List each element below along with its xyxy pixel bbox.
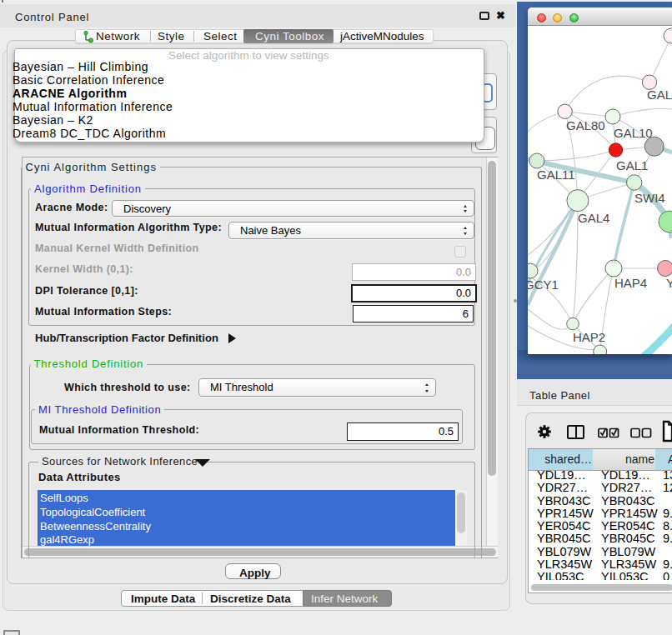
svg-text:GAL80: GAL80 <box>566 118 605 132</box>
svg-text:SWI4: SWI4 <box>634 191 665 205</box>
svg-text:HAP4: HAP4 <box>614 276 647 290</box>
svg-text:GAL7: GAL7 <box>647 88 672 102</box>
svg-text:GAL10: GAL10 <box>614 126 653 140</box>
svg-text:HAP2: HAP2 <box>573 330 605 344</box>
svg-text:GCY1: GCY1 <box>528 278 559 292</box>
svg-text:GAL11: GAL11 <box>537 168 575 182</box>
svg-text:Y: Y <box>666 276 672 290</box>
svg-text:GAL1: GAL1 <box>616 158 648 172</box>
svg-text:GAL4: GAL4 <box>578 211 609 225</box>
